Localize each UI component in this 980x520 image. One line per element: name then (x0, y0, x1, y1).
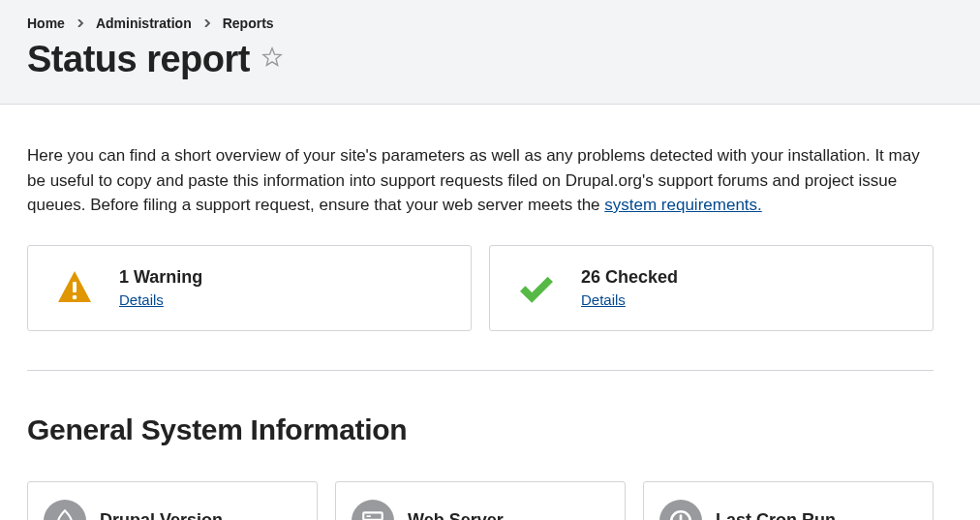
section-heading: General System Information (27, 413, 953, 446)
intro-text: Here you can find a short overview of yo… (27, 143, 934, 218)
web-server-title: Web Server (408, 510, 504, 520)
chevron-right-icon (203, 17, 211, 29)
svg-point-1 (73, 295, 77, 300)
svg-rect-0 (73, 282, 77, 292)
web-server-card: Web Server (335, 481, 626, 521)
info-cards: Drupal Version Web Server Last Cron (27, 481, 934, 521)
warning-card: 1 Warning Details (27, 245, 472, 331)
drupal-icon (44, 500, 86, 521)
breadcrumb-home[interactable]: Home (27, 15, 65, 31)
warning-text: 1 Warning Details (119, 267, 202, 309)
checked-details-link[interactable]: Details (581, 291, 626, 308)
drupal-version-card: Drupal Version (27, 481, 318, 521)
server-icon (352, 500, 394, 521)
breadcrumb-reports[interactable]: Reports (223, 15, 274, 31)
checked-card: 26 Checked Details (489, 245, 934, 331)
warning-title: 1 Warning (119, 267, 202, 288)
intro-plain: Here you can find a short overview of yo… (27, 146, 920, 214)
status-cards: 1 Warning Details 26 Checked Details (27, 245, 934, 331)
breadcrumb-administration[interactable]: Administration (96, 15, 192, 31)
checked-text: 26 Checked Details (581, 267, 678, 309)
checked-title: 26 Checked (581, 267, 678, 288)
warning-details-link[interactable]: Details (119, 291, 164, 308)
drupal-version-title: Drupal Version (100, 510, 223, 520)
breadcrumb: Home Administration Reports (27, 15, 953, 31)
clock-icon (659, 500, 702, 521)
header-region: Home Administration Reports Status repor… (0, 0, 980, 105)
warning-icon (55, 268, 94, 307)
page-title: Status report (27, 39, 250, 80)
svg-rect-2 (363, 512, 383, 520)
check-icon (517, 268, 556, 307)
system-requirements-link[interactable]: system requirements. (604, 196, 762, 214)
star-icon[interactable] (261, 46, 283, 74)
last-cron-card: Last Cron Run (643, 481, 934, 521)
main-content: Here you can find a short overview of yo… (0, 105, 980, 520)
last-cron-title: Last Cron Run (716, 510, 836, 520)
page-title-row: Status report (27, 39, 953, 80)
chevron-right-icon (77, 17, 84, 29)
divider (27, 370, 934, 371)
